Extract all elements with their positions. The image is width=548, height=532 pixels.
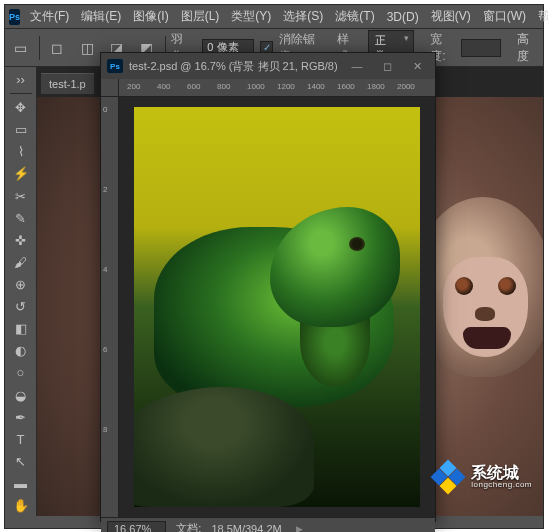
ruler-tick: 400 bbox=[157, 82, 170, 91]
ruler-tick: 800 bbox=[217, 82, 230, 91]
height-label: 高度 bbox=[517, 31, 539, 65]
lasso-tool[interactable]: ⌇ bbox=[8, 141, 34, 162]
gradient-tool[interactable]: ◐ bbox=[8, 340, 34, 361]
menu-layer[interactable]: 图层(L) bbox=[175, 8, 226, 25]
document-canvas[interactable] bbox=[119, 97, 435, 517]
selection-new-icon[interactable]: ◻ bbox=[46, 35, 70, 61]
menu-view[interactable]: 视图(V) bbox=[425, 8, 477, 25]
ruler-tick: 8 bbox=[103, 425, 107, 434]
path-select-tool[interactable]: ↖ bbox=[8, 451, 34, 472]
shape-tool[interactable]: ▬ bbox=[8, 473, 34, 494]
floating-document-window[interactable]: Ps test-2.psd @ 16.7% (背景 拷贝 21, RGB/8) … bbox=[100, 52, 436, 522]
width-input[interactable] bbox=[461, 39, 501, 57]
history-brush-tool[interactable]: ↺ bbox=[8, 296, 34, 317]
eraser-tool[interactable]: ◧ bbox=[8, 318, 34, 339]
ruler-tick: 6 bbox=[103, 345, 107, 354]
move-tool[interactable]: ✥ bbox=[8, 97, 34, 118]
ruler-tick: 2000 bbox=[397, 82, 415, 91]
dodge-tool[interactable]: ◒ bbox=[8, 384, 34, 405]
minimize-button[interactable]: — bbox=[345, 57, 369, 75]
brush-tool[interactable]: 🖌 bbox=[8, 252, 34, 273]
healing-brush-tool[interactable]: ✜ bbox=[8, 230, 34, 251]
ruler-tick: 2 bbox=[103, 185, 107, 194]
maximize-button[interactable]: ◻ bbox=[375, 57, 399, 75]
horizontal-ruler[interactable]: 200 400 600 800 1000 1200 1400 1600 1800… bbox=[119, 79, 435, 97]
doc-size-value: 18.5M/394.2M bbox=[211, 523, 281, 533]
ruler-tick: 200 bbox=[127, 82, 140, 91]
menu-help[interactable]: 帮助(H) bbox=[532, 8, 548, 25]
tool-preset-icon[interactable]: ▭ bbox=[9, 35, 33, 61]
doc-info-label: 文档: bbox=[176, 521, 201, 532]
menu-edit[interactable]: 编辑(E) bbox=[75, 8, 127, 25]
quick-select-tool[interactable]: ⚡ bbox=[8, 163, 34, 184]
ruler-tick: 1800 bbox=[367, 82, 385, 91]
close-button[interactable]: ✕ bbox=[405, 57, 429, 75]
vertical-ruler[interactable]: 0 2 4 6 8 bbox=[101, 97, 119, 517]
blur-tool[interactable]: ○ bbox=[8, 362, 34, 383]
menu-select[interactable]: 选择(S) bbox=[277, 8, 329, 25]
zoom-value: 16.67% bbox=[114, 523, 151, 533]
zoom-level-input[interactable]: 16.67% bbox=[107, 521, 166, 533]
document-status-bar: 16.67% 文档: 18.5M/394.2M ▶ bbox=[101, 517, 435, 532]
hand-tool[interactable]: ✋ bbox=[8, 495, 34, 516]
selection-add-icon[interactable]: ◫ bbox=[75, 35, 99, 61]
pen-tool[interactable]: ✒ bbox=[8, 407, 34, 428]
doc-info-arrow-icon[interactable]: ▶ bbox=[296, 524, 303, 533]
menu-file[interactable]: 文件(F) bbox=[24, 8, 75, 25]
tool-panel: ›› ✥ ▭ ⌇ ⚡ ✂ ✎ ✜ 🖌 ⊕ ↺ ◧ ◐ ○ ◒ ✒ T ↖ ▬ ✋ bbox=[5, 67, 37, 516]
iguana-image-content bbox=[134, 107, 420, 507]
menu-window[interactable]: 窗口(W) bbox=[477, 8, 532, 25]
menu-bar: Ps 文件(F) 编辑(E) 图像(I) 图层(L) 类型(Y) 选择(S) 滤… bbox=[5, 5, 543, 29]
float-window-title: test-2.psd @ 16.7% (背景 拷贝 21, RGB/8) bbox=[129, 59, 339, 74]
menu-image[interactable]: 图像(I) bbox=[127, 8, 174, 25]
crop-tool[interactable]: ✂ bbox=[8, 186, 34, 207]
ruler-tick: 4 bbox=[103, 265, 107, 274]
marquee-tool[interactable]: ▭ bbox=[8, 119, 34, 140]
eyedropper-tool[interactable]: ✎ bbox=[8, 208, 34, 229]
menu-type[interactable]: 类型(Y) bbox=[225, 8, 277, 25]
document-tab-1[interactable]: test-1.p bbox=[41, 73, 94, 94]
ruler-tick: 600 bbox=[187, 82, 200, 91]
menu-3d[interactable]: 3D(D) bbox=[381, 10, 425, 24]
ruler-tick: 1000 bbox=[247, 82, 265, 91]
ps-mini-icon: Ps bbox=[107, 59, 123, 73]
ruler-tick: 0 bbox=[103, 105, 107, 114]
collapse-arrows-icon[interactable]: ›› bbox=[8, 69, 34, 90]
clone-stamp-tool[interactable]: ⊕ bbox=[8, 274, 34, 295]
menu-filter[interactable]: 滤镜(T) bbox=[329, 8, 380, 25]
app-logo: Ps bbox=[9, 9, 20, 25]
ruler-tick: 1600 bbox=[337, 82, 355, 91]
ruler-corner bbox=[101, 79, 119, 97]
type-tool[interactable]: T bbox=[8, 429, 34, 450]
float-window-titlebar[interactable]: Ps test-2.psd @ 16.7% (背景 拷贝 21, RGB/8) … bbox=[101, 53, 435, 79]
ruler-tick: 1400 bbox=[307, 82, 325, 91]
ruler-tick: 1200 bbox=[277, 82, 295, 91]
